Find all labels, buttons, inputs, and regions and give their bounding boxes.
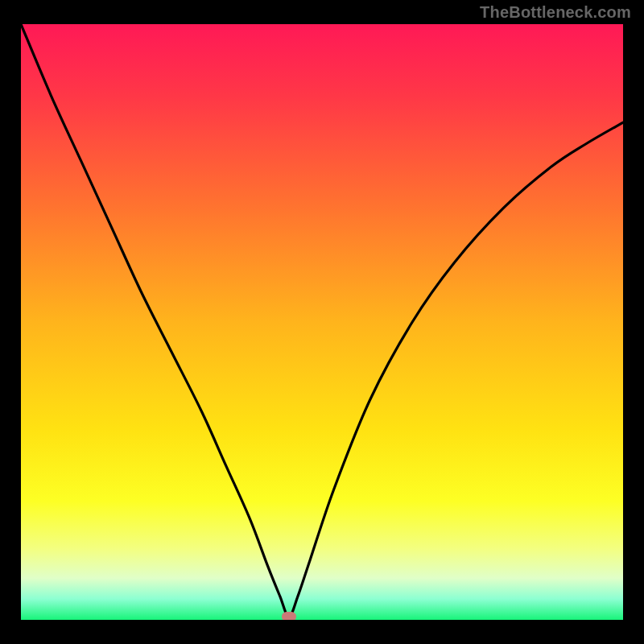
watermark-text: TheBottleneck.com — [480, 3, 631, 22]
chart-frame: TheBottleneck.com — [0, 0, 644, 644]
bottleneck-curve — [21, 24, 623, 620]
minimum-marker — [282, 612, 296, 620]
plot-area — [21, 24, 623, 620]
